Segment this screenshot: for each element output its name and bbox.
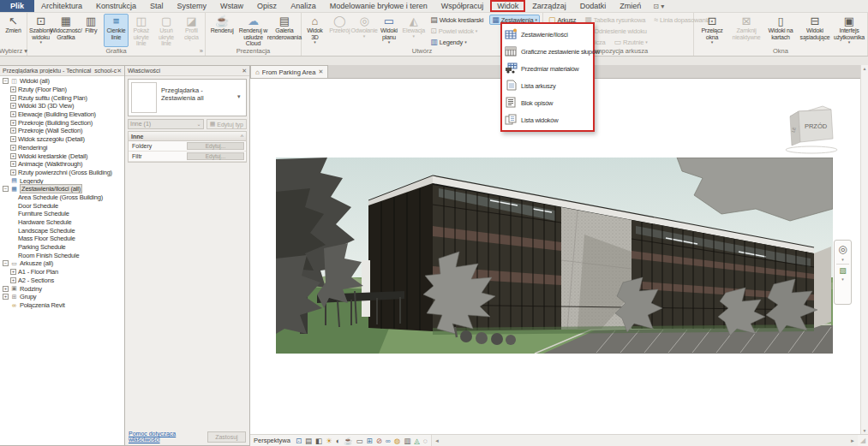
scroll-down-icon[interactable]: ▼ [863, 427, 867, 434]
tree-item-parking-schedule[interactable]: Parking Schedule [0, 243, 124, 252]
renderuj-button[interactable]: ☕Renderuj [207, 14, 237, 47]
widok-kreślarski-button[interactable]: ▤Widok kreślarski [428, 15, 486, 25]
collapse-icon[interactable]: − [3, 78, 9, 84]
detail-level-icon[interactable]: ▤ [305, 437, 312, 445]
tree-item-hardware-schedule[interactable]: Hardware Schedule [0, 218, 124, 227]
view-canvas[interactable]: PRZÓD LE ◎ ▾ ▧ ▾ [250, 79, 860, 434]
menu-item-przedmiar-materiałów[interactable]: Przedmiar materiałów [502, 60, 593, 77]
expand-icon[interactable]: + [10, 277, 16, 283]
expand-icon[interactable]: + [10, 169, 16, 175]
expand-icon[interactable]: + [10, 111, 16, 117]
tree-item-furniture-schedule[interactable]: Furniture Schedule [0, 210, 124, 218]
tree-item-rzuty-floor-plan[interactable]: +Rzuty (Floor Plan) [0, 86, 124, 94]
tree-item-przekroje-wall-section[interactable]: +Przekroje (Wall Section) [0, 127, 124, 135]
widoki-planu-button[interactable]: ▭Widoki planu▾ [377, 14, 402, 47]
analytical-model-icon[interactable]: ◬ [414, 437, 420, 445]
view-scale-label[interactable]: Perspektywa [254, 437, 290, 444]
show-crop-icon[interactable]: ⊞ [367, 437, 373, 445]
expand-icon[interactable]: + [10, 128, 16, 134]
tab-modelowanie-bryłowe-i-teren[interactable]: Modelowanie bryłowe i teren [323, 0, 434, 12]
close-icon[interactable]: ✕ [242, 68, 247, 74]
menu-item-blok-opisów[interactable]: Blok opisów [502, 94, 593, 111]
expand-icon[interactable]: + [10, 153, 16, 159]
close-icon[interactable]: ✕ [117, 68, 122, 74]
unlock-3d-icon[interactable]: ⊘ [376, 437, 382, 445]
renderuj-w-usłudze-cloud-button[interactable]: ☁Renderuj w usłudze Cloud [237, 14, 268, 47]
widoki-na-kartach-button[interactable]: ▯Widoki na kartach [763, 14, 798, 47]
shadows-icon[interactable]: ◐ [336, 437, 340, 445]
tree-item-rzuty-powierzchni-gross-building[interactable]: +Rzuty powierzchni (Gross Building) [0, 169, 124, 177]
tree-item-landscape-schedule[interactable]: Landscape Schedule [0, 226, 124, 235]
properties-help-link[interactable]: Pomoc dotycząca właściwości [129, 431, 207, 443]
galeria-renderowania-button[interactable]: ▤Galeria renderowania [269, 14, 300, 47]
tree-item-renderingi[interactable]: +Renderingi [0, 144, 124, 152]
scroll-up-icon[interactable]: ▲ [863, 65, 867, 72]
tab-konstrukcja[interactable]: Konstrukcja [89, 0, 143, 12]
chevron-down-icon[interactable]: ▾ [841, 277, 844, 282]
zoom-tool-icon[interactable]: ▧ [839, 266, 847, 275]
tab-dodatki[interactable]: Dodatki [573, 0, 614, 12]
tree-item-widoki-3d-3d-view[interactable]: +Widoki 3D (3D View) [0, 102, 124, 110]
type-selector[interactable]: Przeglądarka - Zestawienia all ▾ [128, 79, 247, 116]
scroll-right-icon[interactable]: ► [847, 438, 858, 443]
tree-item-room-finish-schedule[interactable]: Room Finish Schedule [0, 251, 124, 259]
tree-item-arkusze-all[interactable]: −▭Arkusze (all) [0, 259, 124, 268]
tab-architektura[interactable]: Architektura [34, 0, 89, 12]
tree-item-rzuty-sufitu-ceiling-plan[interactable]: +Rzuty sufitu (Ceiling Plan) [0, 93, 124, 102]
tab-plik[interactable]: Plik [0, 0, 34, 12]
menu-item-lista-arkuszy[interactable]: Lista arkuszy [502, 77, 593, 94]
chevron-down-icon[interactable]: ▾ [237, 80, 246, 116]
tree-item-zestawienia-ilości-all[interactable]: −▦Zestawienia/Ilości (all) [0, 185, 124, 193]
vertical-scrollbar[interactable]: ▲ ▼ [860, 65, 868, 434]
expand-icon[interactable]: + [10, 103, 16, 109]
expand-icon[interactable]: + [10, 95, 16, 101]
ribbon-display-toggle-icon[interactable]: ⊡ ▾ [653, 0, 664, 12]
menu-item-graficzne-zestawienie-słupów[interactable]: Graficzne zestawienie słupów [502, 43, 593, 60]
close-icon[interactable]: ✕ [318, 68, 323, 75]
visual-style-icon[interactable]: ◧ [315, 437, 322, 445]
expand-icon[interactable]: + [10, 161, 16, 167]
filtry-button[interactable]: ▥Filtry [79, 14, 104, 47]
scroll-left-icon[interactable]: ◄ [432, 438, 442, 443]
tree-item-animacje-walkthrough[interactable]: +Animacje (Walkthrough) [0, 160, 124, 169]
expand-icon[interactable]: + [10, 136, 16, 142]
widok-3d-button[interactable]: ⌂Widok 3D▾ [302, 14, 327, 47]
tree-item-door-schedule[interactable]: Door Schedule [0, 201, 124, 210]
tab-opisz[interactable]: Opisz [250, 0, 284, 12]
tree-item-widoki-kreślarskie-detail[interactable]: +Widoki kreślarskie (Detail) [0, 152, 124, 160]
interfejs-użytkownika-button[interactable]: ▣Interfejs użytkownika▾ [832, 14, 866, 47]
view-properties-icon[interactable]: ▥ [404, 437, 410, 445]
tree-item-a1-floor-plan[interactable]: +A1 - Floor Plan [0, 268, 124, 277]
collapse-section-icon[interactable]: ^ [241, 134, 243, 140]
view-cube[interactable]: PRZÓD LE [783, 104, 838, 158]
cienkie-linie-button[interactable]: ≡Cienkie linie [104, 14, 129, 47]
tree-item-rodziny[interactable]: +▣Rodziny [0, 284, 124, 293]
widoki-sąsiadujące-button[interactable]: ⊟Widoki sąsiadujące [798, 14, 832, 47]
collapse-icon[interactable]: − [3, 260, 9, 266]
tab-współpracuj[interactable]: Współpracuj [434, 0, 491, 12]
tab-analiza[interactable]: Analiza [284, 0, 323, 12]
menu-item-zestawienie-ilości[interactable]: Zestawienie/Ilości [502, 26, 593, 43]
expand-icon[interactable]: + [10, 120, 16, 126]
tree-item-area-schedule-gross-building[interactable]: Area Schedule (Gross Building) [0, 193, 124, 202]
view-tab-from-parking-area[interactable]: ⌂ From Parking Area ✕ [250, 65, 328, 78]
screen-size-icon[interactable]: ⊡ [296, 437, 302, 445]
expand-icon[interactable]: + [10, 269, 16, 275]
tree-item-połączenia-revit[interactable]: ∞Połączenia Revit [0, 301, 124, 310]
crop-view-icon[interactable]: ▭ [356, 437, 363, 445]
tab-wstaw[interactable]: Wstaw [213, 0, 250, 12]
properties-section-header[interactable]: Inne ^ [129, 132, 246, 141]
sun-path-icon[interactable]: ☀ [326, 437, 332, 445]
tree-item-widoki-all[interactable]: −◫Widoki (all) [0, 77, 124, 86]
expand-icon[interactable]: + [10, 86, 16, 92]
expand-icon[interactable]: + [10, 145, 16, 151]
chevron-down-icon[interactable]: ▾ [841, 257, 844, 262]
steering-wheel-icon[interactable]: ◎ [838, 243, 847, 255]
panel-launcher-icon[interactable]: » [200, 47, 203, 55]
menu-item-lista-widoków[interactable]: Lista widoków [502, 111, 593, 128]
render-dialog-icon[interactable]: ☕ [344, 437, 353, 445]
tab-zarządzaj[interactable]: Zarządzaj [525, 0, 573, 12]
tree-item-widok-szczegółu-detail[interactable]: +Widok szczegółu (Detail) [0, 135, 124, 144]
horizontal-scrollbar[interactable]: ◄ ► [431, 435, 858, 446]
tab-stal[interactable]: Stal [143, 0, 171, 12]
